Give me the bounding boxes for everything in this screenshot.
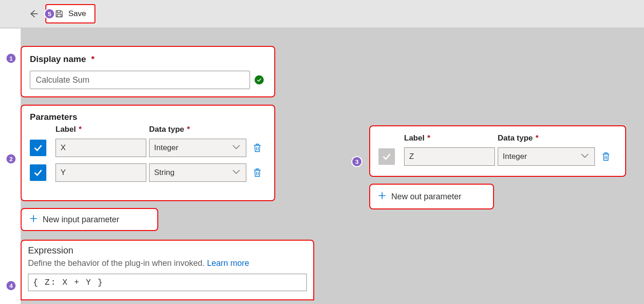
col-header-datatype: Data type — [498, 134, 533, 142]
callout-badge-1: 1 — [6, 53, 17, 64]
trash-icon — [252, 143, 262, 153]
param-checkbox[interactable] — [30, 140, 46, 156]
new-input-parameter-label: New input parameter — [43, 215, 119, 225]
plus-icon — [29, 214, 38, 225]
svg-rect-0 — [57, 14, 61, 17]
param-label-input[interactable]: Y — [56, 163, 146, 182]
required-star: * — [91, 54, 94, 64]
out-param-datatype-select[interactable]: Integer — [498, 147, 595, 166]
display-name-title: Display name — [30, 54, 86, 64]
new-out-parameter-button[interactable]: New out parameter — [370, 185, 493, 208]
chevron-down-icon — [231, 142, 241, 154]
callout-badge-4: 4 — [6, 280, 17, 291]
new-out-parameter-label: New out parameter — [391, 192, 461, 202]
param-row: Y String — [30, 163, 266, 182]
col-header-datatype: Data type — [149, 125, 184, 134]
callout-badge-3: 3 — [351, 156, 362, 167]
out-param-label-input[interactable]: Z — [404, 147, 495, 166]
output-parameters-section: Label* Data type* Z Integer — [369, 125, 626, 177]
param-datatype-select[interactable]: String — [149, 163, 246, 182]
new-out-parameter-container: New out parameter — [369, 184, 494, 209]
param-row: X Integer — [30, 139, 266, 157]
callout-badge-2: 2 — [6, 153, 17, 164]
chevron-down-icon — [231, 167, 241, 179]
display-name-input[interactable] — [30, 71, 250, 89]
expression-section: Expression Define the behavior of the pl… — [21, 240, 314, 300]
save-label: Save — [68, 9, 86, 18]
out-param-row: Z Integer — [378, 147, 617, 166]
expression-description: Define the behavior of the plug-in when … — [28, 259, 205, 268]
expression-title: Expression — [28, 245, 307, 256]
param-datatype-value: Integer — [154, 143, 178, 152]
plus-icon — [378, 191, 387, 203]
delete-out-param-button[interactable] — [598, 148, 614, 165]
new-input-parameter-container: New input parameter — [21, 208, 158, 231]
new-input-parameter-button[interactable]: New input parameter — [22, 209, 157, 230]
delete-param-button[interactable] — [249, 164, 266, 181]
save-icon — [55, 9, 64, 18]
input-parameters-section: Parameters Label* Data type* X Integer Y… — [21, 105, 275, 201]
learn-more-link[interactable]: Learn more — [207, 259, 249, 268]
trash-icon — [252, 168, 262, 178]
arrow-left-icon — [28, 9, 39, 19]
callout-badge-5: 5 — [44, 8, 55, 19]
expression-input[interactable]: { Z: X + Y } — [28, 274, 307, 291]
out-param-checkbox[interactable] — [378, 148, 395, 165]
out-param-datatype-value: Integer — [503, 152, 527, 161]
display-name-section: Display name * — [21, 46, 275, 97]
delete-param-button[interactable] — [249, 140, 266, 156]
parameters-title: Parameters — [30, 112, 266, 122]
success-icon — [255, 75, 264, 84]
param-datatype-value: String — [154, 168, 174, 177]
param-datatype-select[interactable]: Integer — [149, 139, 246, 157]
col-header-label: Label — [404, 134, 424, 142]
trash-icon — [601, 152, 611, 162]
back-button[interactable] — [25, 6, 42, 22]
toolbar: Save — [0, 0, 644, 28]
chevron-down-icon — [580, 151, 590, 163]
param-checkbox[interactable] — [30, 164, 46, 181]
col-header-label: Label — [56, 125, 76, 134]
param-label-input[interactable]: X — [56, 139, 146, 157]
